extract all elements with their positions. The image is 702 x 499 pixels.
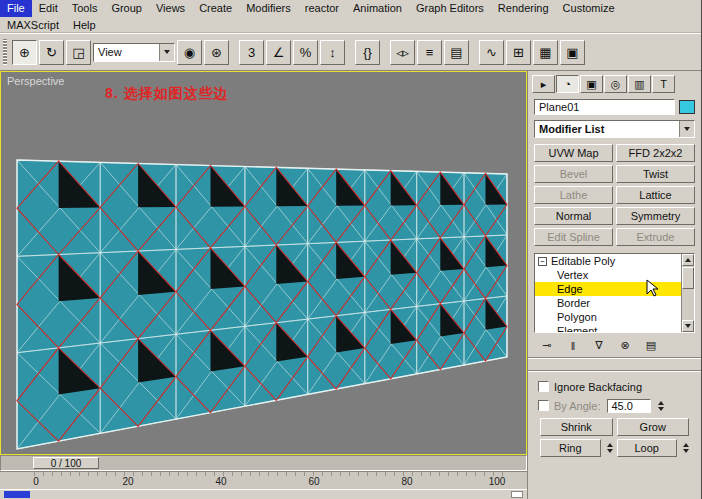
layer-manager-icon: ▤: [450, 45, 462, 60]
menu-reactor[interactable]: reactor: [298, 0, 346, 17]
stack-row-edge[interactable]: Edge: [535, 282, 694, 296]
track-tick-60: 60: [308, 476, 319, 487]
ignore-backfacing-checkbox[interactable]: [538, 381, 549, 392]
modifier-button-ffd-2x2x2[interactable]: FFD 2x2x2: [616, 144, 695, 162]
tab-modify[interactable]: ◔: [556, 75, 579, 93]
maxscript-mini-listener[interactable]: [4, 491, 30, 498]
object-name-field[interactable]: Plane01: [534, 99, 675, 115]
remove-modifier-icon[interactable]: ⊗: [616, 338, 634, 353]
scroll-thumb[interactable]: [682, 267, 694, 289]
material-editor-button[interactable]: ▦: [533, 40, 558, 65]
time-slider[interactable]: 0 / 100: [0, 455, 527, 471]
dropdown-arrow-icon[interactable]: [159, 44, 174, 61]
menu-rendering[interactable]: Rendering: [491, 0, 556, 17]
max-window: File Edit Tools Group Views Create Modif…: [0, 0, 702, 499]
select-and-scale-button[interactable]: ◲: [66, 40, 91, 65]
tab-display[interactable]: ▥: [628, 75, 651, 93]
mirror-icon: ◃▹: [396, 45, 409, 60]
loop-button[interactable]: Loop: [617, 439, 678, 457]
angle-snap-button[interactable]: ∠: [266, 40, 291, 65]
scroll-up-icon[interactable]: [682, 254, 694, 266]
menu-graph-editors[interactable]: Graph Editors: [409, 0, 491, 17]
show-end-result-icon[interactable]: ‖: [564, 338, 582, 353]
loop-spinner[interactable]: [683, 443, 689, 453]
tab-hierarchy[interactable]: ▣: [580, 75, 603, 93]
ring-button[interactable]: Ring: [540, 439, 601, 457]
ring-spinner[interactable]: [607, 443, 613, 453]
track-tick-80: 80: [401, 476, 412, 487]
tab-create[interactable]: ▸: [532, 75, 555, 93]
grow-button[interactable]: Grow: [617, 418, 690, 436]
layer-manager-button[interactable]: ▤: [444, 40, 469, 65]
stack-row-vertex[interactable]: Vertex: [535, 268, 694, 282]
stack-row-element[interactable]: Element: [535, 324, 694, 333]
mirror-button[interactable]: ◃▹: [390, 40, 415, 65]
pivot-center-icon: ◉: [184, 45, 195, 60]
render-scene-button[interactable]: ▣: [560, 40, 585, 65]
object-color-swatch[interactable]: [679, 100, 695, 114]
by-angle-value-field[interactable]: 45.0: [607, 399, 651, 413]
viewport-label[interactable]: Perspective: [7, 75, 64, 87]
by-angle-checkbox[interactable]: [538, 400, 549, 411]
menu-create[interactable]: Create: [192, 0, 239, 17]
configure-modifier-sets-icon[interactable]: ▤: [642, 338, 660, 353]
track-bar[interactable]: 0 20 40 60 80 100: [0, 471, 527, 489]
modifier-list-dropdown[interactable]: Modifier List: [534, 120, 695, 138]
curve-editor-button[interactable]: ∿: [479, 40, 504, 65]
modifier-button-symmetry[interactable]: Symmetry: [616, 207, 695, 225]
modifier-button-twist[interactable]: Twist: [616, 165, 695, 183]
spinner-snap-button[interactable]: ↕: [320, 40, 345, 65]
viewport-canvas[interactable]: [1, 72, 526, 454]
select-and-manipulate-button[interactable]: ⊛: [204, 40, 229, 65]
menu-file[interactable]: File: [0, 0, 32, 17]
named-selection-sets-button[interactable]: {}: [355, 40, 380, 65]
menu-tools[interactable]: Tools: [65, 0, 105, 17]
reference-coordinate-dropdown[interactable]: View: [93, 43, 175, 62]
menu-edit[interactable]: Edit: [32, 0, 65, 17]
scroll-down-icon[interactable]: [682, 320, 694, 332]
stack-row-editable-poly[interactable]: − Editable Poly: [535, 254, 694, 268]
tab-utilities[interactable]: T: [652, 75, 675, 93]
percent-snap-icon: %: [300, 45, 312, 60]
menu-help[interactable]: Help: [66, 17, 103, 32]
stack-row-polygon[interactable]: Polygon: [535, 310, 694, 324]
ignore-backfacing-row: Ignore Backfacing: [534, 377, 695, 396]
by-angle-spinner[interactable]: [658, 401, 664, 411]
manipulate-icon: ⊛: [211, 45, 222, 60]
track-tick-40: 40: [215, 476, 226, 487]
menu-maxscript[interactable]: MAXScript: [0, 17, 66, 32]
stack-scrollbar[interactable]: [681, 254, 694, 332]
menu-views[interactable]: Views: [149, 0, 192, 17]
select-and-rotate-button[interactable]: ↻: [39, 40, 64, 65]
create-tab-icon: ▸: [541, 78, 547, 91]
time-slider-handle[interactable]: 0 / 100: [33, 457, 99, 469]
toolbar-grip[interactable]: [3, 39, 7, 65]
named-sets-icon: {}: [363, 45, 372, 60]
modifier-button-normal[interactable]: Normal: [534, 207, 613, 225]
modifier-button-extrude: Extrude: [616, 228, 695, 246]
schematic-view-button[interactable]: ⊞: [506, 40, 531, 65]
menu-bar-row2: MAXScript Help: [0, 17, 701, 33]
use-pivot-center-button[interactable]: ◉: [177, 40, 202, 65]
menu-group[interactable]: Group: [104, 0, 149, 17]
snap-toggle-3d-button[interactable]: 3: [239, 40, 264, 65]
perspective-viewport[interactable]: Perspective 8. 选择如图这些边: [0, 71, 527, 455]
align-button[interactable]: ≡: [417, 40, 442, 65]
tab-motion[interactable]: ◎: [604, 75, 627, 93]
mouse-cursor: [646, 279, 662, 297]
pin-stack-icon[interactable]: ⊸: [538, 338, 556, 353]
material-editor-icon: ▦: [539, 45, 551, 60]
modifier-button-uvw-map[interactable]: UVW Map: [534, 144, 613, 162]
menu-animation[interactable]: Animation: [346, 0, 409, 17]
select-and-move-button[interactable]: ⊕: [12, 40, 37, 65]
collapse-icon[interactable]: −: [538, 257, 547, 266]
modifier-list-arrow-icon[interactable]: [679, 121, 694, 137]
stack-row-border[interactable]: Border: [535, 296, 694, 310]
menu-modifiers[interactable]: Modifiers: [239, 0, 298, 17]
percent-snap-button[interactable]: %: [293, 40, 318, 65]
menu-customize[interactable]: Customize: [556, 0, 622, 17]
modifier-list-row: Modifier List: [528, 117, 701, 140]
modifier-button-lattice[interactable]: Lattice: [616, 186, 695, 204]
make-unique-icon[interactable]: ∇: [590, 338, 608, 353]
shrink-button[interactable]: Shrink: [540, 418, 613, 436]
